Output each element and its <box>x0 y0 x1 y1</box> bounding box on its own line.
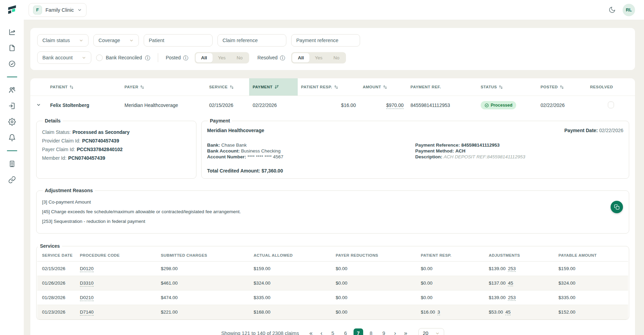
chevron-down-icon <box>79 38 83 43</box>
page-size-select[interactable]: 20 <box>418 328 444 335</box>
first-page-button[interactable]: « <box>307 329 315 335</box>
bank-reconciled-checkbox[interactable] <box>96 55 103 61</box>
details-panel-title: Details <box>43 118 63 124</box>
import-file-icon[interactable] <box>5 99 19 113</box>
chevron-down-icon <box>435 331 440 335</box>
svc-service-date: 02/15/2026 <box>37 262 75 276</box>
resolved-option-no[interactable]: No <box>328 53 345 62</box>
payment-method-line: Payment Method:ACH <box>415 148 623 154</box>
analytics-icon[interactable] <box>5 25 19 39</box>
svc-adjustments: $139.00253 <box>484 290 554 305</box>
column-header-patient-resp[interactable]: Patient Resp. <box>298 78 359 96</box>
organization-building-icon[interactable] <box>5 157 19 171</box>
column-header-patient[interactable]: Patient <box>47 78 121 96</box>
details-panel: Details Claim Status:Processed as Second… <box>36 118 196 179</box>
next-page-button[interactable]: › <box>392 329 399 335</box>
svc-patient-resp: $16.003 <box>416 305 484 319</box>
adjustment-reasons-panel: Adjustment Reasons [3] Co-payment Amount… <box>36 188 629 234</box>
svc-reductions: $0.00 <box>331 276 416 290</box>
user-avatar[interactable]: RL <box>623 4 635 16</box>
adjustment-code-chip[interactable]: 3 <box>438 309 440 315</box>
claim-patient-resp: $16.00 <box>298 96 359 115</box>
service-row: 01/26/2026 D3310 $461.00 $324.00 $0.00 $… <box>37 276 628 290</box>
documents-icon[interactable] <box>5 41 19 55</box>
adjustment-code-chip[interactable]: 253 <box>508 295 516 301</box>
patient-search-input[interactable] <box>144 34 213 47</box>
adjustment-code-chip[interactable]: 45 <box>505 309 511 315</box>
last-page-button[interactable]: » <box>401 329 409 335</box>
claims-table-card: Patient Payer Service Payment Patient Re… <box>30 78 635 335</box>
payment-reference-input[interactable] <box>291 34 360 47</box>
integrations-link-icon[interactable] <box>5 173 19 187</box>
sort-icon <box>560 85 564 89</box>
notifications-bell-icon[interactable] <box>5 131 19 145</box>
svc-procedure-code[interactable]: D0120 <box>75 262 156 276</box>
svc-service-date: 01/26/2026 <box>37 276 75 290</box>
column-header-payer[interactable]: Payer <box>121 78 206 96</box>
adjustment-code-chip[interactable]: 253 <box>508 266 516 272</box>
copy-button[interactable] <box>611 201 623 213</box>
users-icon[interactable] <box>5 83 19 97</box>
chevron-down-icon <box>82 56 86 60</box>
coverage-select[interactable]: Coverage <box>93 34 139 47</box>
posted-option-no[interactable]: No <box>231 53 248 62</box>
posted-option-all[interactable]: All <box>196 53 213 62</box>
svc-reductions: $0.00 <box>331 305 416 319</box>
adjustment-reason: [45] Charge exceeds fee schedule/maximum… <box>42 209 623 214</box>
resolved-option-yes[interactable]: Yes <box>309 53 328 62</box>
claim-amount[interactable]: $970.00 <box>359 96 407 115</box>
page-button-9[interactable]: 9 <box>379 328 389 335</box>
account-number-line: Account Number: **** **** **** 4567 <box>207 154 415 160</box>
info-icon[interactable]: ⓘ <box>183 55 188 60</box>
claim-status-cell: Processed <box>477 96 537 115</box>
column-header-status[interactable]: Status <box>477 78 537 96</box>
svc-procedure-code[interactable]: D7140 <box>75 305 156 319</box>
collapse-row-chevron-icon[interactable] <box>30 96 47 115</box>
column-header-posted[interactable]: Posted <box>537 78 587 96</box>
column-header-service[interactable]: Service <box>206 78 249 96</box>
dark-mode-toggle-moon-icon[interactable] <box>609 6 616 13</box>
sidebar <box>0 0 24 335</box>
column-header-payment-sorted[interactable]: Payment <box>249 78 297 96</box>
app-root: F Family Clinic RL Claim status <box>0 0 644 335</box>
svc-col-patient-resp: Patient Resp. <box>416 249 484 262</box>
bank-reconciled-checkbox-group[interactable]: Bank Reconciled ⓘ <box>96 55 150 61</box>
previous-page-button[interactable]: ‹ <box>318 329 325 335</box>
info-icon[interactable]: ⓘ <box>280 55 285 60</box>
info-icon[interactable]: ⓘ <box>145 55 150 60</box>
svc-reductions: $0.00 <box>331 262 416 276</box>
page-button-6[interactable]: 6 <box>341 328 350 335</box>
clinic-selector[interactable]: F Family Clinic <box>29 3 86 17</box>
svc-adjustments: $139.00253 <box>484 262 554 276</box>
status-badge: Processed <box>481 101 516 109</box>
chevron-down-icon <box>77 8 82 12</box>
bank-reconciled-label: Bank Reconciled <box>106 55 142 60</box>
claim-status-value: Processed as Secondary <box>72 129 130 135</box>
claim-row-expanded[interactable]: Felix Stoltenberg Meridian Healthcoverag… <box>30 96 635 115</box>
page-button-7-active[interactable]: 7 <box>354 328 363 335</box>
page-button-8[interactable]: 8 <box>366 328 376 335</box>
svc-procedure-code[interactable]: D3310 <box>75 276 156 290</box>
svc-submitted: $461.00 <box>156 276 249 290</box>
svc-submitted: $221.00 <box>156 305 249 319</box>
adjustment-reason: [3] Co-payment Amount <box>42 199 623 205</box>
page-button-5[interactable]: 5 <box>328 328 338 335</box>
posted-option-yes[interactable]: Yes <box>213 53 231 62</box>
claim-reference-input[interactable] <box>217 34 286 47</box>
claim-patient-name: Felix Stoltenberg <box>47 96 121 115</box>
settings-gear-icon[interactable] <box>5 115 19 129</box>
column-header-amount[interactable]: Amount <box>359 78 407 96</box>
pagination-summary: Showing 121 to 140 of 2308 claims <box>221 331 299 335</box>
payment-date: Payment Date: 02/22/2026 <box>564 128 623 133</box>
posted-filter-label: Posted <box>166 55 181 60</box>
svc-procedure-code[interactable]: D0210 <box>75 290 156 305</box>
adjustment-code-chip[interactable]: 45 <box>508 280 513 286</box>
svc-col-submitted: Submitted Charges <box>156 249 249 262</box>
claim-payment-ref: 845598141112953 <box>407 96 477 115</box>
claim-status-select[interactable]: Claim status <box>37 34 89 47</box>
copy-icon <box>614 204 620 210</box>
claims-check-icon[interactable] <box>5 57 19 71</box>
resolved-checkbox[interactable] <box>608 101 614 108</box>
resolved-option-all[interactable]: All <box>292 53 309 62</box>
bank-account-select[interactable]: Bank account <box>37 51 91 64</box>
